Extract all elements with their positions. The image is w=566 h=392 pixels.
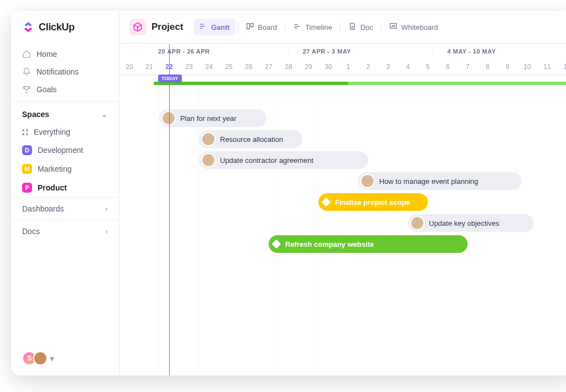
sidebar-dashboards[interactable]: Dashboards › [11,197,119,220]
day-header-cell[interactable]: 25 [219,59,239,75]
day-header-cell[interactable]: 12 [557,59,566,75]
space-badge-icon: D [22,145,32,155]
timeline-progress-done [154,82,348,85]
task-bar-t6[interactable]: Update key objectives [408,214,533,232]
day-header-cell[interactable]: 3 [378,59,398,75]
day-header-cell[interactable]: 30 [318,59,338,75]
view-tab-gantt[interactable]: Gantt [193,19,235,35]
sidebar-docs[interactable]: Docs › [11,220,119,242]
assignee-avatar[interactable] [201,153,216,167]
svg-rect-1 [250,24,253,27]
week-header-cell: 27 APR - 3 MAY [288,44,433,59]
day-header-cell[interactable]: 11 [537,59,557,75]
home-icon [22,50,31,59]
timeline-progress [154,82,566,85]
view-tab-whiteboard[interactable]: Whiteboard [384,19,443,35]
sidebar-footer: S ▾ [11,351,119,365]
dashboards-label: Dashboards [22,204,64,213]
day-header-cell[interactable]: 20 [119,59,139,75]
view-tab-label: Timeline [305,23,332,31]
space-label: Development [38,146,83,155]
svg-rect-0 [247,24,249,29]
sidebar-space-product[interactable]: PProduct [11,178,119,197]
user-avatar-member[interactable] [33,351,48,365]
task-label: How to manage event planning [379,177,478,186]
task-label: Resource allocation [220,135,283,144]
spaces-header[interactable]: Spaces ⌄ [11,102,119,123]
task-bar-t1[interactable]: Plan for next year [159,109,266,127]
task-label: Finalize project scope [335,198,410,206]
day-header-cell[interactable]: 9 [497,59,517,75]
doc-icon [348,22,357,32]
task-bar-t4[interactable]: How to manage event planning [358,172,521,190]
view-tab-doc[interactable]: Doc [343,19,379,35]
bell-icon [22,67,31,76]
view-topbar: Project GanttBoardTimelineDocWhiteboard [119,11,566,44]
view-tab-label: Whiteboard [401,23,438,31]
day-header-cell[interactable]: 10 [517,59,537,75]
week-header-cell: 4 MAY - 10 MAY [432,44,566,59]
nav-goals-label: Goals [36,85,57,94]
gantt-area[interactable]: Plan for next yearResource allocationUpd… [119,75,566,375]
day-header-cell[interactable]: 4 [398,59,418,75]
brand-name: ClickUp [39,22,75,33]
view-tab-label: Gantt [211,23,230,31]
sidebar: ClickUp Home Notifications Goals Spaces … [11,11,119,375]
day-header-cell[interactable]: 21 [139,59,159,75]
nav-notifications-label: Notifications [36,67,78,76]
trophy-icon [22,85,31,94]
gantt-icon [199,22,207,32]
day-header-cell[interactable]: 1 [338,59,358,75]
day-header-cell[interactable]: 26 [239,59,259,75]
day-header-cell[interactable]: 6 [438,59,458,75]
assignee-avatar[interactable] [161,111,176,125]
assignee-avatar[interactable] [201,132,216,146]
timeline-icon [293,22,301,32]
spaces-header-label: Spaces [22,110,49,119]
task-bar-t5[interactable]: Finalize project scope [318,193,428,211]
day-header-cell[interactable]: 27 [259,59,279,75]
sidebar-space-marketing[interactable]: MMarketing [11,160,119,178]
view-tab-timeline[interactable]: Timeline [287,19,338,35]
nav-notifications[interactable]: Notifications [11,63,119,81]
assignee-avatar[interactable] [360,174,375,188]
day-header-cell[interactable]: 23 [179,59,199,75]
assignee-avatar[interactable] [410,216,424,230]
task-bar-t3[interactable]: Update contractor agreement [199,151,368,169]
nav-home-label: Home [36,50,57,59]
diamond-icon [322,198,331,207]
week-header-cell: 20 APR - 26 APR [119,44,288,59]
sidebar-space-development[interactable]: DDevelopment [11,141,119,160]
task-label: Update key objectives [429,219,499,227]
day-header-cell[interactable]: 2 [358,59,378,75]
project-title-group[interactable]: Project [129,19,184,35]
day-header-cell[interactable]: 5 [418,59,438,75]
sidebar-item-everything[interactable]: Everything [11,123,119,141]
user-avatar-stack[interactable]: S [22,351,48,365]
nav-goals[interactable]: Goals [11,81,119,98]
brand-logo[interactable]: ClickUp [11,21,119,42]
board-icon [246,22,254,32]
task-label: Refresh company website [285,240,374,248]
task-bar-t7[interactable]: Refresh company website [269,235,468,253]
space-label: Marketing [38,165,71,173]
task-label: Update contractor agreement [220,156,313,165]
cube-icon [129,19,146,35]
today-badge: TODAY [158,75,182,82]
diamond-icon [272,240,281,249]
space-label: Product [38,183,67,192]
day-header-cell[interactable]: 8 [478,59,497,75]
caret-down-icon[interactable]: ▾ [50,353,54,364]
today-line [169,44,170,375]
day-header-cell[interactable]: 24 [199,59,219,75]
day-header-cell[interactable]: 29 [298,59,318,75]
chevron-right-icon: › [105,227,108,236]
view-tab-label: Doc [360,23,373,31]
view-tab-board[interactable]: Board [240,19,283,35]
view-tab-label: Board [258,23,277,31]
day-header-cell[interactable]: 7 [458,59,478,75]
everything-label: Everything [34,128,70,136]
day-header-cell[interactable]: 28 [279,59,298,75]
task-bar-t2[interactable]: Resource allocation [199,130,302,148]
nav-home[interactable]: Home [11,45,119,63]
